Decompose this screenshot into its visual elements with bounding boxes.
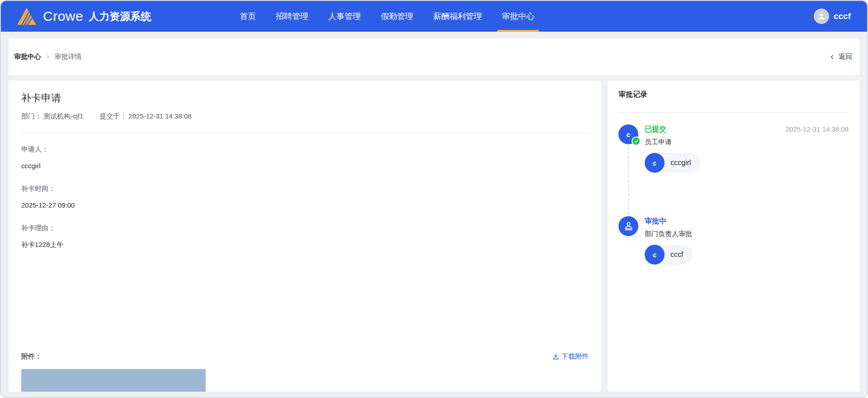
main-nav: 首页 招聘管理 人事管理 假勤管理 薪酬福利管理 审批中心 bbox=[240, 1, 534, 32]
step-header: 已提交 2025-12-31 14:38:08 bbox=[645, 124, 849, 134]
nav-item-attendance[interactable]: 假勤管理 bbox=[381, 1, 413, 32]
assignee-chip: c cccgirl bbox=[645, 153, 701, 173]
divider bbox=[21, 133, 589, 133]
attachment-label: 附件： bbox=[21, 352, 42, 361]
approval-records-panel: 审批记录 c 已提交 bbox=[608, 81, 859, 392]
attachment-image-preview[interactable] bbox=[21, 369, 206, 392]
department-value: 测试机构-cjf1 bbox=[43, 112, 83, 120]
divider bbox=[618, 112, 849, 113]
request-fields: 申请人： cccgirl 补卡时间： 2025-12-27 09:00 补卡理由… bbox=[21, 145, 589, 249]
breadcrumb-approval-center[interactable]: 审批中心 bbox=[14, 52, 41, 61]
back-button[interactable]: 返回 bbox=[829, 52, 852, 61]
request-title: 补卡申请 bbox=[21, 91, 589, 105]
assignee-avatar: c bbox=[645, 153, 665, 173]
person-icon bbox=[816, 11, 826, 21]
download-icon bbox=[552, 353, 560, 360]
assignee-chip: c cccf bbox=[645, 245, 693, 265]
nav-item-compensation[interactable]: 薪酬福利管理 bbox=[433, 1, 482, 32]
submitted-meta: 提交于：2025-12-31 14:38:08 bbox=[99, 112, 191, 121]
breadcrumb-current: 审批详情 bbox=[55, 52, 82, 61]
user-menu[interactable]: cccf bbox=[814, 9, 851, 24]
step-status: 审批中 bbox=[645, 216, 666, 226]
success-badge bbox=[632, 137, 641, 146]
nav-item-approval-center[interactable]: 审批中心 bbox=[502, 1, 534, 32]
submitted-value: 2025-12-31 14:38:08 bbox=[128, 112, 191, 120]
breadcrumb-separator-icon: > bbox=[46, 53, 50, 60]
records-title: 审批记录 bbox=[618, 90, 849, 100]
approval-timeline: c 已提交 2025-12-31 14:38:08 员工申请 bbox=[618, 124, 849, 265]
field-value: 补卡1228上午 bbox=[21, 240, 589, 249]
step-avatar: c bbox=[618, 124, 638, 144]
department-label: 部门： bbox=[21, 112, 42, 120]
stamp-icon bbox=[623, 221, 634, 232]
step-content: 审批中 部门负责人审批 c cccf bbox=[645, 216, 849, 265]
user-avatar bbox=[814, 9, 829, 24]
step-timestamp: 2025-12-31 14:38:08 bbox=[786, 124, 849, 134]
brand-logo[interactable]: Crowe 人力资源系统 bbox=[16, 7, 151, 26]
breadcrumb-bar: 审批中心 > 审批详情 返回 bbox=[9, 38, 859, 75]
crowe-mountain-icon bbox=[16, 7, 37, 26]
field-applicant: 申请人： cccgirl bbox=[21, 145, 589, 171]
back-label: 返回 bbox=[839, 52, 852, 61]
field-value: 2025-12-27 09:00 bbox=[21, 201, 589, 210]
field-value: cccgirl bbox=[21, 161, 589, 171]
timeline-step-submitted: c 已提交 2025-12-31 14:38:08 员工申请 bbox=[618, 124, 849, 173]
field-punch-time: 补卡时间： 2025-12-27 09:00 bbox=[21, 184, 589, 210]
approval-detail-card: 补卡申请 部门：测试机构-cjf1 提交于：2025-12-31 14:38:0… bbox=[9, 81, 601, 392]
field-label: 补卡理由： bbox=[21, 223, 589, 232]
app-window: Crowe 人力资源系统 首页 招聘管理 人事管理 假勤管理 薪酬福利管理 审批… bbox=[0, 0, 868, 398]
download-attachment-link[interactable]: 下载附件 bbox=[552, 352, 589, 361]
step-content: 已提交 2025-12-31 14:38:08 员工申请 c cccgirl bbox=[645, 124, 849, 173]
check-icon bbox=[634, 139, 639, 144]
attachment-section: 附件： 下载附件 bbox=[21, 352, 589, 361]
nav-item-home[interactable]: 首页 bbox=[240, 1, 256, 32]
field-label: 补卡时间： bbox=[21, 184, 589, 193]
assignee-name: cccgirl bbox=[670, 159, 691, 167]
step-description: 员工申请 bbox=[645, 138, 849, 147]
field-reason: 补卡理由： 补卡1228上午 bbox=[21, 223, 589, 249]
field-label: 申请人： bbox=[21, 145, 589, 154]
app-title: 人力资源系统 bbox=[89, 9, 151, 24]
assignee-name: cccf bbox=[670, 251, 683, 259]
nav-item-recruitment[interactable]: 招聘管理 bbox=[276, 1, 308, 32]
submitted-label: 提交于： bbox=[99, 112, 127, 120]
step-status: 已提交 bbox=[645, 124, 666, 134]
step-header: 审批中 bbox=[645, 216, 849, 226]
chevron-left-icon bbox=[829, 53, 835, 61]
request-meta: 部门：测试机构-cjf1 提交于：2025-12-31 14:38:08 bbox=[21, 112, 589, 121]
step-description: 部门负责人审批 bbox=[645, 230, 849, 238]
department-meta: 部门：测试机构-cjf1 bbox=[21, 112, 83, 121]
main-content: 补卡申请 部门：测试机构-cjf1 提交于：2025-12-31 14:38:0… bbox=[9, 81, 859, 392]
top-header: Crowe 人力资源系统 首页 招聘管理 人事管理 假勤管理 薪酬福利管理 审批… bbox=[1, 1, 867, 32]
timeline-step-approving: 审批中 部门负责人审批 c cccf bbox=[618, 216, 849, 265]
assignee-avatar: c bbox=[645, 245, 665, 265]
brand-wordmark: Crowe bbox=[43, 9, 83, 24]
username-label: cccf bbox=[834, 11, 851, 21]
nav-item-personnel[interactable]: 人事管理 bbox=[328, 1, 361, 32]
step-avatar bbox=[618, 216, 638, 236]
download-label: 下载附件 bbox=[561, 352, 589, 361]
avatar-initial: c bbox=[627, 131, 630, 138]
